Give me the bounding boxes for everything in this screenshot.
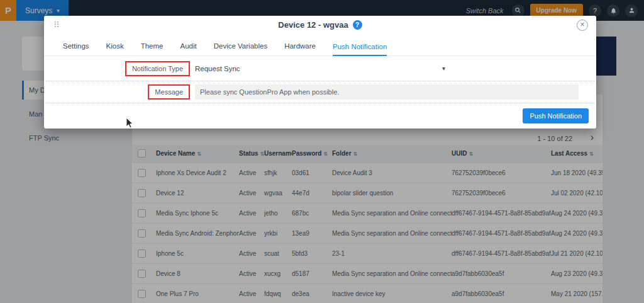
- message-label: Message: [148, 84, 190, 100]
- modal-tabs: Settings Kiosk Theme Audit Device Variab…: [44, 34, 596, 56]
- label-column: Notification Type: [44, 61, 190, 76]
- tab-kiosk[interactable]: Kiosk: [106, 42, 124, 55]
- tab-settings[interactable]: Settings: [63, 42, 89, 55]
- message-input[interactable]: Please sync QuestionPro App when possibl…: [195, 84, 579, 100]
- modal-footer: Push Notification: [44, 103, 596, 129]
- modal-title: Device 12 - wgvaa: [278, 20, 348, 30]
- notification-type-label: Notification Type: [125, 61, 190, 76]
- chevron-down-icon: ▾: [442, 65, 445, 72]
- modal-header: ⠿ Device 12 - wgvaa ? ×: [44, 16, 596, 34]
- modal-title-wrap: Device 12 - wgvaa ?: [44, 16, 596, 34]
- tab-theme[interactable]: Theme: [141, 42, 164, 55]
- tab-audit[interactable]: Audit: [180, 42, 196, 55]
- selected-option: Request Sync: [195, 65, 240, 72]
- notification-type-row: Notification Type Request Sync ▾: [44, 56, 596, 81]
- message-row: Message Please sync QuestionPro App when…: [44, 81, 596, 103]
- tab-device-variables[interactable]: Device Variables: [214, 42, 267, 55]
- message-value: Please sync QuestionPro App when possibl…: [200, 88, 339, 96]
- push-notification-button[interactable]: Push Notification: [523, 108, 589, 123]
- tab-hardware[interactable]: Hardware: [284, 42, 316, 55]
- notification-type-select[interactable]: Request Sync ▾: [195, 65, 445, 72]
- help-icon[interactable]: ?: [353, 20, 362, 30]
- tab-push-notification[interactable]: Push Notification: [333, 43, 387, 56]
- close-icon[interactable]: ×: [577, 20, 588, 31]
- device-push-notification-modal: ⠿ Device 12 - wgvaa ? × Settings Kiosk T…: [44, 16, 596, 129]
- label-column: Message: [44, 84, 190, 100]
- drag-handle-icon[interactable]: ⠿: [53, 20, 60, 30]
